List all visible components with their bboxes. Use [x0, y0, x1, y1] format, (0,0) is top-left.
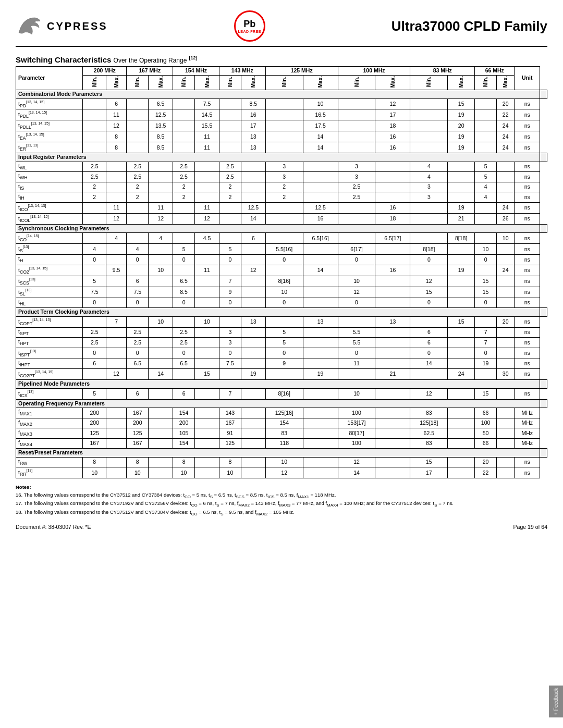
- value-cell: 4: [127, 244, 149, 255]
- value-cell: 10: [219, 467, 241, 478]
- value-cell: 7: [475, 338, 497, 348]
- value-cell: 13.5: [149, 120, 173, 131]
- unit-cell: ns: [515, 287, 540, 298]
- value-cell: 11: [195, 142, 219, 153]
- table-row: tPDL[13, 14, 15]1112.514.51616.5171922ns: [16, 109, 547, 120]
- value-cell: [410, 98, 448, 109]
- minmax-header-row: Min. Max. Min. Max. Min. Max. Min. Max. …: [16, 75, 547, 90]
- param-cell: tRR[13]: [16, 467, 83, 478]
- value-cell: [303, 287, 338, 298]
- value-cell: 5.5: [338, 327, 375, 337]
- value-cell: [303, 408, 338, 418]
- value-cell: 19: [448, 265, 475, 276]
- value-cell: 11: [106, 202, 127, 213]
- value-cell: [338, 213, 375, 224]
- value-cell: [375, 388, 410, 399]
- table-row: tRW888810121520ns: [16, 457, 547, 467]
- value-cell: 8.5: [173, 287, 195, 298]
- value-cell: [195, 457, 219, 467]
- value-cell: [241, 388, 265, 399]
- value-cell: 6.5: [173, 359, 195, 368]
- unit-cell: ns: [515, 109, 540, 120]
- value-cell: [127, 213, 149, 224]
- value-cell: [448, 182, 475, 192]
- value-cell: 13: [241, 316, 265, 327]
- value-cell: [448, 172, 475, 182]
- table-row: tCO2PT[13, 14, 19]1214151919212430ns: [16, 369, 547, 380]
- col-125-min: Min.: [265, 75, 303, 90]
- param-cell: tH: [16, 255, 83, 265]
- value-cell: [195, 408, 219, 418]
- value-cell: 13: [303, 316, 338, 327]
- value-cell: 12: [106, 120, 127, 131]
- value-cell: [265, 369, 303, 380]
- value-cell: [149, 192, 173, 202]
- value-cell: 200: [127, 418, 149, 428]
- value-cell: 2: [219, 192, 241, 202]
- value-cell: 20: [448, 120, 475, 131]
- value-cell: 21: [448, 213, 475, 224]
- value-cell: 4: [83, 244, 106, 255]
- value-cell: 0: [475, 348, 497, 359]
- value-cell: 19: [448, 202, 475, 213]
- notes-section: Notes: 16. The following values correspo…: [16, 484, 547, 517]
- value-cell: [338, 109, 375, 120]
- unit-cell: ns: [515, 182, 540, 192]
- note-17: 17. The following values correspond to t…: [16, 500, 547, 509]
- value-cell: [375, 192, 410, 202]
- value-cell: 2: [219, 182, 241, 192]
- value-cell: 10: [265, 457, 303, 467]
- param-cell: tSL[13]: [16, 287, 83, 298]
- unit-cell: ns: [515, 359, 540, 368]
- value-cell: 100: [338, 408, 375, 418]
- value-cell: [219, 98, 241, 109]
- value-cell: 0: [410, 298, 448, 307]
- value-cell: 2.5: [338, 182, 375, 192]
- value-cell: 66: [475, 408, 497, 418]
- value-cell: [375, 359, 410, 368]
- value-cell: [410, 109, 448, 120]
- feedback-button[interactable]: + Feedback: [549, 686, 563, 718]
- table-row: tICOL[13, 14, 15]1212121416182126ns: [16, 213, 547, 224]
- value-cell: 0: [265, 348, 303, 359]
- cypress-bird-logo: [16, 16, 42, 36]
- value-cell: [448, 467, 475, 478]
- value-cell: [149, 408, 173, 418]
- value-cell: 0: [410, 255, 448, 265]
- param-cell: tCO2PT[13, 14, 19]: [16, 369, 83, 380]
- value-cell: 3: [410, 192, 448, 202]
- param-cell: fMAX2: [16, 418, 83, 428]
- value-cell: [497, 172, 515, 182]
- param-cell: tICS[13]: [16, 388, 83, 399]
- col-154-min: Min.: [173, 75, 195, 90]
- section-header-row: Input Register Parameters: [16, 153, 547, 162]
- value-cell: [106, 162, 127, 172]
- value-cell: 12: [106, 369, 127, 380]
- value-cell: 12: [410, 276, 448, 287]
- value-cell: 0: [338, 255, 375, 265]
- value-cell: 11: [149, 202, 173, 213]
- table-row: tCO[14, 15]444.566.5[16]6.5[17]8[18]10ns: [16, 233, 547, 244]
- value-cell: 100: [475, 418, 497, 428]
- value-cell: [338, 202, 375, 213]
- value-cell: 14: [303, 142, 338, 153]
- param-cell: tEA[13, 14, 15]: [16, 131, 83, 142]
- table-row: tISPT[13]00000000ns: [16, 348, 547, 359]
- note-16: 16. The following values correspond to t…: [16, 491, 547, 500]
- value-cell: 50: [475, 428, 497, 438]
- value-cell: 0: [265, 255, 303, 265]
- unit-cell: ns: [515, 316, 540, 327]
- value-cell: 12: [106, 213, 127, 224]
- value-cell: [410, 213, 448, 224]
- col-83-max: Max.: [448, 75, 475, 90]
- param-cell: tCOPT[13, 14, 15]: [16, 316, 83, 327]
- value-cell: [149, 467, 173, 478]
- value-cell: [149, 338, 173, 348]
- value-cell: [106, 418, 127, 428]
- value-cell: [375, 298, 410, 307]
- value-cell: 6: [241, 233, 265, 244]
- value-cell: 6[17]: [338, 244, 375, 255]
- unit-cell: ns: [515, 338, 540, 348]
- page-title: Ultra37000 CPLD Family: [391, 18, 547, 34]
- col-143-max: Max.: [241, 75, 265, 90]
